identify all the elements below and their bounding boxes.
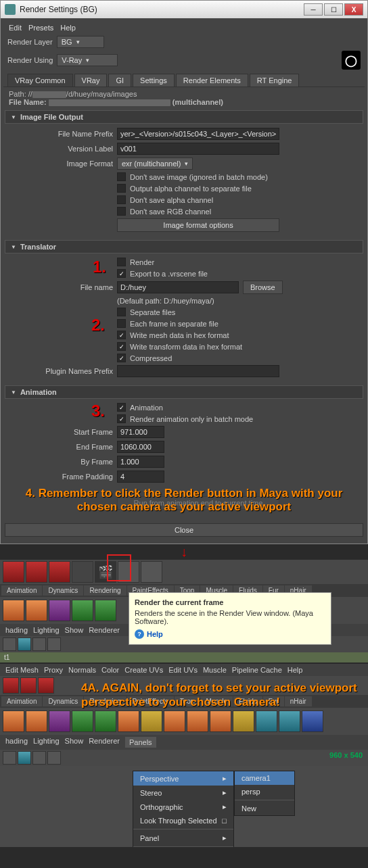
prefix-input[interactable] <box>117 128 279 140</box>
ipr-render-icon[interactable] <box>141 561 162 583</box>
chk-animation[interactable] <box>117 403 126 412</box>
frame-padding-input[interactable] <box>117 471 164 483</box>
menu-presets[interactable]: Presets <box>28 24 53 32</box>
shelf-tab[interactable]: Animation <box>1 696 42 706</box>
shelf-icon[interactable] <box>118 710 139 732</box>
panel-shading[interactable]: hading <box>5 737 28 748</box>
render-layer-select[interactable]: BG <box>57 36 104 48</box>
titlebar[interactable]: Render Settings (BG) ─ ☐ X <box>1 1 367 18</box>
magnet-icon[interactable] <box>3 561 24 583</box>
panel-show[interactable]: Show <box>65 626 84 634</box>
menu-color[interactable]: Color <box>101 666 119 674</box>
start-frame-input[interactable] <box>117 426 164 438</box>
close-button[interactable]: Close <box>5 523 363 537</box>
panel-shading[interactable]: hading <box>5 626 28 634</box>
panel-renderer[interactable]: Renderer <box>89 737 120 748</box>
shelf-icon[interactable] <box>95 600 116 621</box>
image-format-options-button[interactable]: Image format options <box>117 218 279 232</box>
chk-export-vrscene[interactable] <box>117 269 126 278</box>
filename-input[interactable] <box>117 281 239 293</box>
shelf-icon[interactable] <box>210 710 231 732</box>
tab-vray[interactable]: VRay <box>74 74 108 87</box>
menu-stereo[interactable]: Stereo▸ <box>133 786 233 800</box>
menu-orthographic[interactable]: Orthographic▸ <box>133 800 233 814</box>
menu-muscle[interactable]: Muscle <box>203 666 227 674</box>
chk-no-alpha[interactable] <box>117 195 126 204</box>
camera1-item[interactable]: camera1 <box>235 771 294 785</box>
tab-vray-common[interactable]: VRay Common <box>7 74 73 87</box>
section-translator[interactable]: Translator <box>5 240 363 254</box>
magnet-icon[interactable] <box>3 677 19 694</box>
shelf-icon[interactable] <box>256 710 277 732</box>
panel-lighting[interactable]: Lighting <box>33 626 60 634</box>
vp-icon[interactable] <box>32 751 46 765</box>
vp-icon[interactable] <box>3 751 16 765</box>
chk-separate-files[interactable] <box>117 308 126 316</box>
menu-look-through[interactable]: Look Through Selected□ <box>133 814 233 827</box>
shelf-tab-rendering[interactable]: Rendering <box>84 585 126 596</box>
browse-button[interactable]: Browse <box>243 281 283 294</box>
new-camera-item[interactable]: New <box>235 802 294 815</box>
chk-transform-hex[interactable] <box>117 342 126 351</box>
magnet-icon[interactable] <box>20 677 37 694</box>
persp-item[interactable]: persp <box>235 785 294 798</box>
magnet-icon[interactable] <box>38 677 54 694</box>
close-window-button[interactable]: X <box>344 3 363 16</box>
menu-editmesh[interactable]: Edit Mesh <box>5 666 39 674</box>
vp-icon[interactable] <box>47 751 61 765</box>
shelf-icon[interactable] <box>233 710 254 732</box>
version-input[interactable] <box>117 143 279 155</box>
render-using-select[interactable]: V-Ray <box>57 54 118 66</box>
chk-render[interactable] <box>117 258 126 266</box>
panel-show[interactable]: Show <box>65 737 84 748</box>
vp-icon[interactable] <box>47 637 61 651</box>
shelf-icon[interactable] <box>26 710 47 732</box>
plugin-prefix-input[interactable] <box>117 365 279 377</box>
section-animation[interactable]: Animation <box>5 385 363 399</box>
by-frame-input[interactable] <box>117 456 164 468</box>
tab-rt-engine[interactable]: RT Engine <box>250 74 300 87</box>
magnet-icon-3[interactable] <box>49 561 70 583</box>
shelf-tab[interactable]: Dynamics <box>43 696 83 706</box>
tab-settings[interactable]: Settings <box>133 74 175 87</box>
menu-panel[interactable]: Panel▸ <box>133 831 233 845</box>
shelf-icon[interactable] <box>26 600 47 621</box>
menu-perspective[interactable]: Perspective▸ <box>133 771 233 786</box>
shelf-icon[interactable] <box>279 710 300 732</box>
shelf-tab-animation[interactable]: Animation <box>1 585 42 596</box>
shelf-icon[interactable] <box>187 710 208 732</box>
shelf-icon[interactable] <box>72 600 93 621</box>
panels-menu-button[interactable]: Panels <box>125 737 156 748</box>
shelf-icon[interactable] <box>49 710 70 732</box>
menu-help2[interactable]: Help <box>288 666 303 674</box>
menu-proxy[interactable]: Proxy <box>44 666 63 674</box>
shelf-tab-dynamics[interactable]: Dynamics <box>43 585 83 596</box>
vp-icon[interactable] <box>3 637 16 651</box>
panel-renderer[interactable]: Renderer <box>89 626 120 634</box>
end-frame-input[interactable] <box>117 441 164 453</box>
help-link[interactable]: Help <box>147 630 163 638</box>
menu-normals[interactable]: Normals <box>68 666 96 674</box>
shelf-icon[interactable] <box>302 710 323 732</box>
chk-dont-save[interactable] <box>117 172 126 181</box>
shelf-icon[interactable] <box>95 710 116 732</box>
shelf-icon[interactable] <box>72 710 93 732</box>
format-select[interactable]: exr (multichannel) <box>117 158 193 170</box>
minimize-button[interactable]: ─ <box>304 3 323 16</box>
chk-alpha-sep[interactable] <box>117 184 126 193</box>
vp-icon[interactable] <box>32 637 46 651</box>
shelf-icon[interactable] <box>3 710 24 732</box>
menu-help[interactable]: Help <box>60 24 76 32</box>
menu-edituvs[interactable]: Edit UVs <box>168 666 198 674</box>
chk-batch-only[interactable] <box>117 414 126 423</box>
shelf-icon[interactable] <box>49 600 70 621</box>
shelf-icon[interactable] <box>141 710 162 732</box>
tab-gi[interactable]: GI <box>108 74 131 87</box>
shelf-icon[interactable] <box>164 710 185 732</box>
tab-t1[interactable]: t1 <box>0 652 368 662</box>
shelf-icon[interactable] <box>3 600 24 621</box>
menu-edit[interactable]: Edit <box>9 24 22 32</box>
menu-pipelinecache[interactable]: Pipeline Cache <box>232 666 282 674</box>
magnet-icon-2[interactable] <box>26 561 47 583</box>
maximize-button[interactable]: ☐ <box>324 3 343 16</box>
